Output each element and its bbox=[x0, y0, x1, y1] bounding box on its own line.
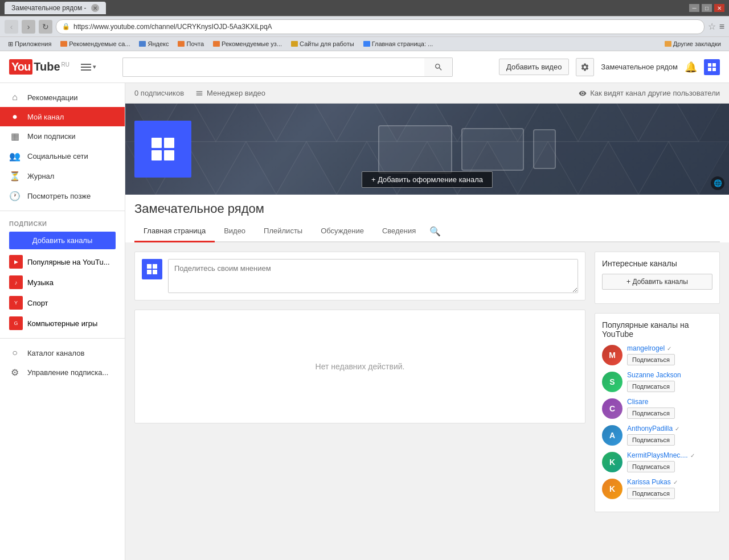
window-maximize-button[interactable]: □ bbox=[702, 4, 712, 12]
sidebar-divider-2 bbox=[0, 338, 125, 339]
tab-home[interactable]: Главная страница bbox=[134, 221, 215, 242]
sidebar-channel-sport[interactable]: Y Спорт bbox=[0, 293, 125, 313]
device-laptop-icon bbox=[461, 128, 524, 171]
add-channels-button[interactable]: Добавить каналы bbox=[9, 232, 116, 249]
sidebar-item-social[interactable]: 👥 Социальные сети bbox=[0, 146, 125, 166]
tab-about[interactable]: Сведения bbox=[373, 221, 425, 242]
channel-name-kermit[interactable]: KermitPlaysMnec.... ✓ bbox=[627, 451, 712, 459]
upload-video-button[interactable]: Добавить видео bbox=[499, 59, 569, 75]
settings-button[interactable] bbox=[576, 58, 594, 76]
sidebar-item-recommendations[interactable]: ⌂ Рекомендации bbox=[0, 88, 125, 107]
channel-name-clisare[interactable]: Clisare bbox=[627, 398, 712, 406]
watch-later-icon: 🕐 bbox=[9, 191, 21, 201]
channel-name-mangelrogel[interactable]: mangelrogel ✓ bbox=[627, 344, 712, 352]
sidebar-channel-popular[interactable]: ▶ Популярные на YouTu... bbox=[0, 252, 125, 272]
bookmark-other[interactable]: Другие закладки bbox=[661, 39, 724, 48]
post-avatar bbox=[142, 259, 162, 279]
channel-avatar-anthony: A bbox=[602, 425, 622, 446]
youtube-logo[interactable]: You Tube RU bbox=[9, 59, 69, 75]
channel-info-mangelrogel: mangelrogel ✓ Подписаться bbox=[627, 344, 712, 365]
add-channel-art-button[interactable]: + Добавить оформление канала bbox=[362, 171, 493, 188]
address-bar[interactable]: 🔒 https://www.youtube.com/channel/UCRYKn… bbox=[56, 19, 705, 34]
bookmark-folder-icon bbox=[60, 41, 67, 47]
sidebar-item-my-channel[interactable]: ● Мой канал bbox=[0, 107, 125, 126]
bookmark-apps[interactable]: ⊞ Приложения bbox=[5, 39, 55, 49]
verified-icon: ✓ bbox=[690, 452, 695, 459]
add-channels-sidebar-button[interactable]: + Добавить каналы bbox=[602, 274, 712, 290]
sidebar-channel-games[interactable]: G Компьютерные игры bbox=[0, 313, 125, 333]
hamburger-menu-button[interactable]: ▾ bbox=[81, 63, 96, 71]
main-content: 0 подписчиков Менеджер видео Как видят к… bbox=[125, 83, 729, 560]
hamburger-dropdown-icon: ▾ bbox=[93, 63, 96, 71]
sidebar-watch-later-label: Посмотреть позже bbox=[27, 192, 91, 200]
post-input[interactable] bbox=[168, 259, 578, 293]
sidebar-channel-music[interactable]: ♪ Музыка bbox=[0, 272, 125, 293]
channel-sidebar-right: Интересные каналы + Добавить каналы Попу… bbox=[595, 252, 720, 521]
no-activity-text: Нет недавних действий. bbox=[316, 362, 405, 371]
bookmark-yandex[interactable]: Яндекс bbox=[136, 39, 172, 48]
browser-menu-button[interactable]: ≡ bbox=[719, 22, 724, 32]
bookmark-homepage[interactable]: Главная страница: ... bbox=[360, 39, 437, 48]
popular-channel-item: K KermitPlaysMnec.... ✓ Подписаться bbox=[602, 451, 712, 472]
subscriber-count: 0 подписчиков bbox=[134, 89, 184, 97]
sidebar-manage-label: Управление подписка... bbox=[27, 368, 108, 377]
sidebar-item-catalog[interactable]: ○ Каталог каналов bbox=[0, 343, 125, 363]
sidebar-channel-popular-label: Популярные на YouTu... bbox=[27, 258, 110, 266]
tab-playlists[interactable]: Плейлисты bbox=[255, 221, 312, 242]
sidebar-item-manage-subscriptions[interactable]: ⚙ Управление подписка... bbox=[0, 363, 125, 382]
window-close-button[interactable]: ✕ bbox=[714, 4, 724, 12]
verified-icon: ✓ bbox=[675, 426, 679, 432]
channel-name-anthony[interactable]: AnthonyPadilla ✓ bbox=[627, 425, 712, 433]
social-icon: 👥 bbox=[9, 151, 21, 162]
sidebar-item-subscriptions[interactable]: ▦ Мои подписки bbox=[0, 126, 125, 146]
subscribe-button-karissa[interactable]: Подписаться bbox=[627, 488, 675, 499]
bookmark-recommended2[interactable]: Рекомендуемые уз... bbox=[210, 39, 285, 48]
sidebar-journal-label: Журнал bbox=[27, 172, 54, 180]
popular-channel-item: C Clisare Подписаться bbox=[602, 398, 712, 419]
bookmark-mail[interactable]: Почта bbox=[174, 39, 207, 48]
browser-tab[interactable]: Замечательное рядом - ✕ bbox=[5, 2, 106, 14]
video-manager-link[interactable]: Менеджер видео bbox=[195, 89, 265, 97]
channel-tabs: Главная страница Видео Плейлисты Обсужде… bbox=[134, 221, 720, 242]
search-input[interactable] bbox=[122, 57, 424, 77]
channel-avatar bbox=[134, 121, 191, 178]
bookmark-search-icon bbox=[363, 41, 370, 47]
subscribe-button-suzanne[interactable]: Подписаться bbox=[627, 381, 675, 392]
bookmark-recommended1[interactable]: Рекомендуемые са... bbox=[57, 39, 133, 48]
subscribe-button-mangelrogel[interactable]: Подписаться bbox=[627, 354, 675, 365]
apps-grid-button[interactable] bbox=[704, 59, 720, 75]
tab-close-button[interactable]: ✕ bbox=[91, 4, 99, 12]
channel-search-icon[interactable]: 🔍 bbox=[425, 221, 445, 241]
sidebar-social-label: Социальные сети bbox=[27, 152, 88, 160]
no-activity-message: Нет недавних действий. bbox=[134, 310, 585, 423]
channel-stats-bar: 0 подписчиков Менеджер видео Как видят к… bbox=[125, 83, 729, 104]
sidebar-channel-sport-label: Спорт bbox=[27, 299, 48, 307]
hamburger-icon bbox=[81, 64, 91, 71]
channel-name-suzanne[interactable]: Suzanne Jackson bbox=[627, 371, 712, 379]
notifications-bell-icon[interactable]: 🔔 bbox=[685, 61, 697, 73]
forward-button[interactable]: › bbox=[22, 20, 35, 34]
subscriptions-icon: ▦ bbox=[9, 131, 21, 142]
back-button[interactable]: ‹ bbox=[5, 20, 18, 34]
sidebar-item-watch-later[interactable]: 🕐 Посмотреть позже bbox=[0, 186, 125, 206]
search-button[interactable] bbox=[424, 57, 453, 77]
subscribe-button-anthony[interactable]: Подписаться bbox=[627, 434, 675, 446]
channel-name-karissa[interactable]: Karissa Pukas ✓ bbox=[627, 478, 712, 486]
bookmark-star-icon[interactable]: ☆ bbox=[708, 21, 716, 32]
window-minimize-button[interactable]: ─ bbox=[689, 4, 699, 12]
channel-art-settings-icon[interactable]: 🌐 bbox=[711, 176, 724, 190]
journal-icon: ⏳ bbox=[9, 171, 21, 182]
refresh-button[interactable]: ↻ bbox=[39, 20, 52, 34]
device-phone-icon bbox=[533, 129, 556, 169]
tab-discussion[interactable]: Обсуждение bbox=[312, 221, 373, 242]
channel-avatar-kermit: K bbox=[602, 452, 622, 472]
channel-name-header[interactable]: Замечательное рядом bbox=[601, 63, 678, 71]
subscribe-button-kermit[interactable]: Подписаться bbox=[627, 461, 675, 472]
sidebar-channel-music-label: Музыка bbox=[27, 278, 54, 287]
channel-info-clisare: Clisare Подписаться bbox=[627, 398, 712, 419]
tab-videos[interactable]: Видео bbox=[215, 221, 255, 242]
view-as-other-link[interactable]: Как видят канал другие пользователи bbox=[579, 89, 720, 97]
subscribe-button-clisare[interactable]: Подписаться bbox=[627, 407, 675, 419]
sidebar-item-journal[interactable]: ⏳ Журнал bbox=[0, 166, 125, 186]
bookmark-work-sites[interactable]: Сайты для работы bbox=[288, 39, 358, 48]
